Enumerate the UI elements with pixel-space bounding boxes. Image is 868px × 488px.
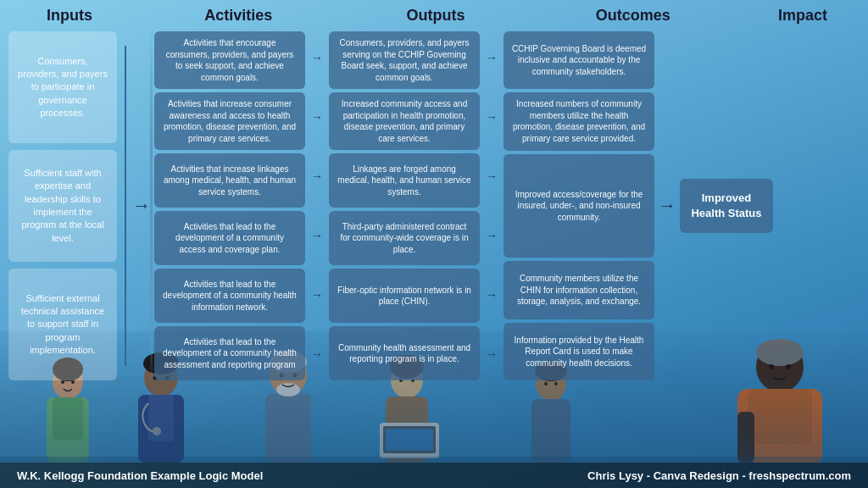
connector-vert-line bbox=[120, 28, 129, 384]
header-activities: Activities bbox=[160, 7, 317, 25]
main-arrow-1: → bbox=[132, 195, 151, 217]
outcome-box-1: CCHIP Governing Board is deemed inclusiv… bbox=[504, 31, 654, 89]
activity-box-6: Activities that lead to the development … bbox=[154, 326, 305, 380]
main-arrow-2: → bbox=[658, 195, 676, 217]
out-arrow-6: → bbox=[486, 347, 498, 361]
svg-rect-15 bbox=[265, 393, 311, 463]
arrow-1: → bbox=[311, 51, 323, 64]
header-impact: Impact bbox=[752, 7, 854, 25]
svg-rect-9 bbox=[148, 395, 174, 441]
inputs-column: Consumers, providers, and payers to part… bbox=[8, 28, 117, 384]
out-arrow-2: → bbox=[486, 110, 498, 124]
outcome-box-5: Information provided by the Health Repor… bbox=[504, 323, 654, 380]
big-arrow-col: → bbox=[132, 28, 151, 384]
out-arrow-5: → bbox=[486, 288, 498, 302]
outputs-outcomes-arrows: → → → → → → bbox=[483, 28, 500, 384]
arrow-3: → bbox=[311, 169, 323, 183]
header-outcomes: Outcomes bbox=[554, 7, 711, 25]
activity-box-4: Activities that lead to the development … bbox=[154, 211, 305, 265]
outcome-box-4: Community members utilize the CHIN for i… bbox=[504, 261, 654, 319]
outcome-box-3: Improved access/coverage for the insured… bbox=[504, 154, 654, 258]
impact-column: Improved Health Status bbox=[680, 28, 773, 384]
footer-right: Chris Lysy - Canva Redesign - freshspect… bbox=[587, 469, 851, 482]
header-outputs: Outputs bbox=[357, 7, 514, 25]
output-box-6: Community health assessment and reportin… bbox=[329, 326, 480, 380]
arrow-4: → bbox=[311, 229, 323, 242]
impact-box: Improved Health Status bbox=[680, 179, 773, 233]
input-box-2: Sufficient staff with expertise and lead… bbox=[8, 150, 117, 262]
activity-box-5: Activities that lead to the development … bbox=[154, 269, 305, 323]
main-container: Inputs Activities Outputs Outcomes Impac… bbox=[0, 0, 868, 488]
activities-column: Activities that encourage consumers, pro… bbox=[154, 28, 305, 384]
out-arrow-1: → bbox=[486, 51, 498, 64]
arrow-6: → bbox=[311, 347, 323, 361]
activity-box-2: Activities that increase consumer awaren… bbox=[154, 92, 305, 150]
out-arrow-4: → bbox=[486, 229, 498, 242]
footer-left: W.K. Kellogg Foundation Example Logic Mo… bbox=[17, 469, 263, 482]
outcome-box-2: Increased numbers of community members u… bbox=[504, 92, 654, 150]
vertical-line bbox=[125, 46, 126, 366]
output-box-3: Linkages are forged among medical, healt… bbox=[329, 153, 480, 208]
header-inputs: Inputs bbox=[14, 7, 125, 25]
svg-rect-27 bbox=[386, 429, 433, 451]
left-bracket-line bbox=[150, 28, 153, 384]
activities-outputs-arrows: → → → → → → bbox=[309, 28, 326, 384]
activity-box-3: Activities that increase linkages among … bbox=[154, 153, 305, 208]
input-box-1: Consumers, providers, and payers to part… bbox=[8, 31, 117, 143]
out-arrow-3: → bbox=[486, 169, 498, 183]
arrow-2: → bbox=[311, 110, 323, 124]
svg-point-16 bbox=[276, 383, 300, 396]
header-row: Inputs Activities Outputs Outcomes Impac… bbox=[0, 0, 868, 28]
svg-rect-3 bbox=[53, 397, 83, 440]
footer-bar: W.K. Kellogg Foundation Example Logic Mo… bbox=[0, 463, 868, 488]
svg-rect-36 bbox=[531, 399, 570, 463]
output-box-4: Third-party administered contract for co… bbox=[329, 211, 480, 265]
svg-rect-34 bbox=[737, 412, 754, 463]
svg-point-13 bbox=[153, 427, 161, 435]
output-box-2: Increased community access and participa… bbox=[329, 92, 480, 150]
svg-rect-40 bbox=[0, 457, 868, 463]
output-box-5: Fiber-optic information network is in pl… bbox=[329, 269, 480, 323]
output-box-1: Consumers, providers, and payers serving… bbox=[329, 31, 480, 89]
activity-box-1: Activities that encourage consumers, pro… bbox=[154, 31, 305, 89]
outcomes-impact-arrow-col: → bbox=[658, 28, 676, 384]
input-box-3: Sufficient external technical assistance… bbox=[8, 269, 117, 380]
svg-rect-30 bbox=[748, 389, 812, 444]
content-area: Consumers, providers, and payers to part… bbox=[0, 28, 868, 384]
outputs-column: Consumers, providers, and payers serving… bbox=[329, 28, 480, 384]
outcomes-column: CCHIP Governing Board is deemed inclusiv… bbox=[504, 28, 654, 384]
arrow-5: → bbox=[311, 288, 323, 302]
